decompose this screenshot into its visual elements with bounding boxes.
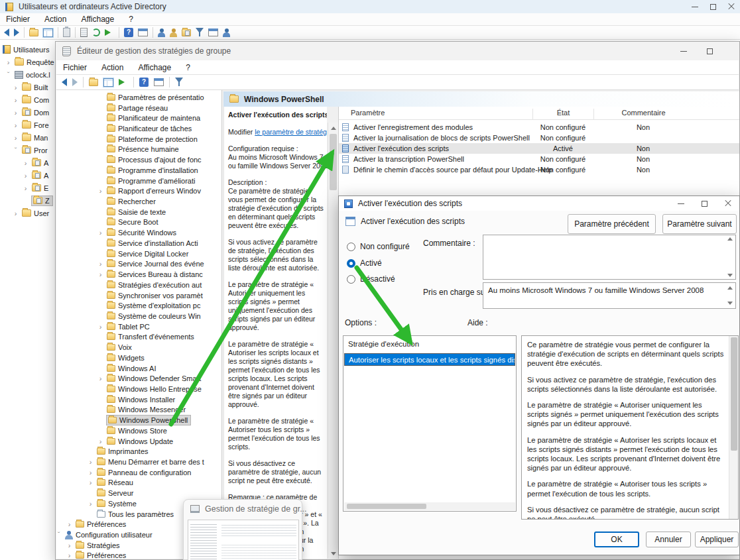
expander-icon[interactable]: › — [87, 479, 94, 486]
forward-icon[interactable] — [14, 28, 19, 36]
expander-icon[interactable]: › — [97, 438, 104, 445]
expander-icon[interactable]: › — [66, 521, 73, 528]
ad-tree-item[interactable]: ›Man — [0, 131, 56, 144]
gpo-tree-item[interactable]: Synchroniser vos paramèt — [56, 290, 221, 301]
gpo-tree-item[interactable]: Serveur — [56, 488, 221, 498]
gpo-tree-item[interactable]: Partage réseau — [56, 103, 221, 113]
apply-button[interactable]: Appliquer — [695, 532, 739, 547]
close-icon[interactable] — [728, 3, 735, 10]
scroll-down-icon[interactable] — [726, 302, 734, 306]
ad-tree-item-selected[interactable]: Z — [0, 194, 56, 207]
maximize-icon[interactable] — [710, 4, 716, 10]
help-icon[interactable] — [124, 28, 133, 37]
create-ou-icon[interactable] — [182, 29, 191, 36]
gpo-tree-item[interactable]: Paramètres de présentatio — [56, 92, 221, 103]
expander-icon[interactable]: › — [97, 188, 104, 194]
setting-row[interactable]: Activer l'enregistrement des modulesNon … — [339, 122, 739, 133]
gpo-tree-item[interactable]: Windows Store — [56, 425, 221, 436]
radio-icon[interactable] — [347, 243, 355, 251]
expander-icon[interactable]: ˇ — [56, 532, 62, 538]
gpo-tree-item[interactable]: Programme d'améliorati — [56, 176, 221, 186]
ad-tree-item[interactable]: ˇoclock.l — [0, 68, 56, 81]
gpo-tree-item[interactable]: ›Service Journal des événe — [56, 259, 221, 270]
gpo-tree-item[interactable]: Présence humaine — [56, 144, 221, 155]
gpo-tree-item[interactable]: Widgets — [56, 353, 221, 363]
gpo-titlebar[interactable]: Éditeur de gestion des stratégies de gro… — [56, 42, 739, 60]
gpo-tree-item[interactable]: Plateforme de protection — [56, 134, 221, 144]
menu-action[interactable]: Action — [101, 63, 123, 72]
setting-row[interactable]: Activer la transcription PowerShellNon c… — [339, 154, 739, 164]
filter-icon[interactable] — [196, 28, 204, 37]
scroll-up-icon[interactable] — [328, 123, 338, 133]
setting-row[interactable]: Activer la journalisation de blocs de sc… — [339, 133, 739, 143]
close-icon[interactable] — [725, 200, 731, 207]
expander-icon[interactable]: › — [97, 375, 104, 382]
export-list-icon[interactable] — [105, 29, 114, 36]
gpo-tree-item[interactable]: ›Tablet PC — [56, 321, 221, 332]
help-scrollbar[interactable] — [729, 336, 738, 519]
radio-icon[interactable] — [347, 275, 355, 284]
gpo-tree-item[interactable]: Planificateur de tâches — [56, 123, 221, 134]
next-setting-button[interactable]: Paramètre suivant — [662, 214, 737, 234]
radio-icon-checked[interactable] — [347, 259, 355, 268]
scrollbar-thumb[interactable] — [330, 134, 337, 190]
minimize-icon[interactable] — [678, 203, 684, 204]
gpo-tree-item[interactable]: ›Réseau — [56, 478, 221, 488]
expander-icon[interactable]: › — [22, 172, 29, 179]
previous-setting-button[interactable]: Paramètre précédent — [568, 214, 656, 234]
menu-help[interactable]: ? — [186, 63, 190, 72]
gpo-tree-item[interactable]: Windows AI — [56, 363, 221, 374]
expander-icon[interactable]: › — [22, 185, 29, 192]
gpo-tree-item[interactable]: Windows Installer — [56, 394, 221, 405]
radio-not-configured[interactable]: Non configuré — [347, 242, 410, 251]
ad-tree-item[interactable]: ›A — [0, 156, 56, 169]
menu-action[interactable]: Action — [44, 15, 66, 24]
gpo-tree-item[interactable]: ›Windows Update — [56, 436, 221, 447]
ad-tree-item[interactable]: ›E — [0, 182, 56, 194]
gpo-tree-item[interactable]: Processus d'ajout de fonc — [56, 154, 221, 165]
ad-tree-item[interactable]: ›A — [0, 169, 56, 182]
up-one-level-icon[interactable] — [29, 29, 38, 36]
scrollbar-thumb[interactable] — [347, 504, 426, 509]
properties-icon[interactable] — [80, 28, 88, 37]
expander-icon[interactable]: › — [87, 459, 94, 465]
minimize-icon[interactable] — [680, 51, 687, 52]
show-window-icon[interactable] — [154, 78, 164, 86]
gpo-tree-item[interactable]: Rechercher — [56, 196, 221, 207]
menu-help[interactable]: ? — [129, 15, 133, 24]
expander-icon[interactable]: ˇ — [5, 72, 12, 78]
radio-disabled[interactable]: Désactivé — [347, 274, 395, 284]
gpo-tree-item[interactable]: ›Services Bureau à distanc — [56, 269, 221, 280]
expander-icon[interactable]: › — [22, 160, 29, 166]
scroll-up-icon[interactable] — [726, 286, 734, 290]
column-etat[interactable]: État — [532, 109, 593, 120]
clipboard-icon[interactable] — [63, 28, 70, 37]
gpo-tree-item[interactable]: Programme d'installation — [56, 165, 221, 176]
options-hscrollbar[interactable] — [344, 502, 515, 510]
gpo-tree-item[interactable]: Service Digital Locker — [56, 249, 221, 259]
ad-tree-item[interactable]: ›Requête — [0, 56, 56, 68]
ok-button[interactable]: OK — [594, 532, 639, 547]
column-commentaire[interactable]: Commentaire — [593, 109, 693, 120]
setting-row[interactable]: Définir le chemin d'accès source par déf… — [339, 164, 739, 175]
ad-tree-item[interactable]: Utilisateurs — [0, 43, 56, 56]
scroll-down-icon[interactable] — [726, 274, 734, 278]
scroll-down-icon[interactable] — [328, 549, 338, 559]
cancel-button[interactable]: Annuler — [646, 532, 691, 547]
gpo-tree-item[interactable]: Système de couleurs Win — [56, 311, 221, 321]
gpo-tree-item[interactable]: Planificateur de maintena — [56, 113, 221, 123]
comment-textarea[interactable] — [483, 235, 736, 280]
expander-icon[interactable]: › — [66, 552, 73, 559]
expander-icon[interactable]: › — [97, 271, 104, 278]
gpo-tree-item[interactable]: Voix — [56, 342, 221, 353]
expander-icon[interactable]: › — [12, 122, 19, 129]
supported-on-box[interactable]: Au moins Microsoft Windows 7 ou famille … — [483, 282, 736, 309]
radio-enabled[interactable]: Activé — [347, 258, 382, 268]
create-user-icon[interactable] — [158, 28, 165, 37]
ad-tree-item[interactable]: ›Dom — [0, 106, 56, 119]
gpo-tree-item[interactable]: Saisie de texte — [56, 207, 221, 217]
column-parametre[interactable]: Paramètre — [351, 109, 385, 117]
filter-icon[interactable] — [175, 78, 183, 87]
gpo-tree-item[interactable]: ›Sécurité Windows — [56, 227, 221, 238]
back-icon[interactable] — [4, 28, 9, 36]
